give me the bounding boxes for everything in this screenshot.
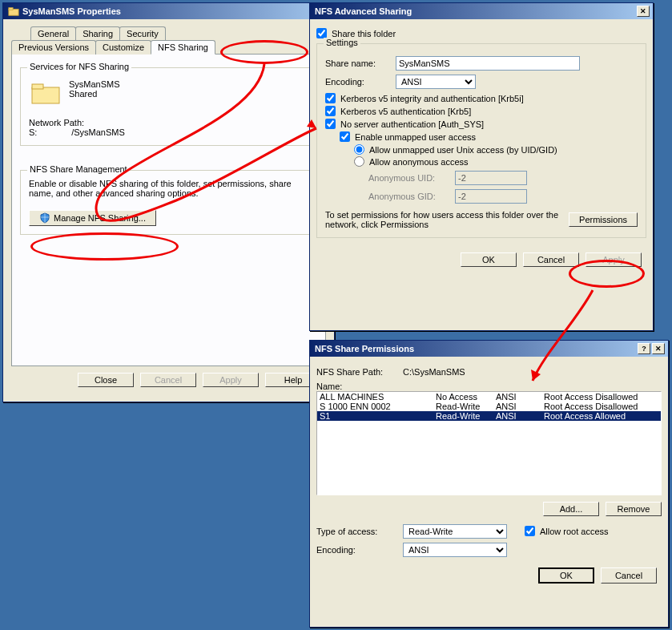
network-path-label: Network Path: [29, 118, 308, 127]
window-title: NFS Share Permissions [315, 344, 414, 353]
cancel-button[interactable]: Cancel [523, 252, 579, 267]
svg-rect-2 [32, 87, 59, 103]
services-groupbox: Services for NFS Sharing SysManSMS Share… [20, 67, 317, 146]
add-button[interactable]: Add... [543, 502, 599, 516]
encoding-select[interactable]: ANSI [396, 75, 476, 89]
ok-button[interactable]: OK [461, 252, 517, 267]
tab-security[interactable]: Security [119, 26, 166, 40]
svg-rect-3 [32, 84, 43, 89]
anon-uid-input [455, 171, 527, 185]
unmapped-checkbox[interactable]: Enable unmapped user access [340, 131, 638, 142]
close-icon[interactable]: ✕ [652, 343, 665, 354]
folder-icon [8, 6, 19, 17]
close-icon[interactable]: ✕ [637, 6, 650, 17]
folder-name: SysManSMS [69, 79, 120, 89]
management-text: Enable or disable NFS sharing of this fo… [29, 179, 308, 198]
anon-gid-label: Anonymous GID: [368, 192, 449, 201]
tab-customize[interactable]: Customize [95, 40, 151, 55]
permissions-text: To set permissions for how users access … [325, 210, 561, 229]
tab-previous-versions[interactable]: Previous Versions [11, 40, 96, 55]
name-label: Name: [316, 382, 662, 391]
anon-uid-label: Anonymous UID: [368, 173, 449, 183]
share-path-label: NFS Share Path: [316, 367, 396, 377]
folder-large-icon [30, 79, 62, 107]
encoding-label: Encoding: [316, 545, 396, 555]
apply-button: Apply [203, 373, 259, 387]
titlebar: SysManSMS Properties ✕ [3, 3, 334, 19]
list-item[interactable]: ALL MACHINES No Access ANSI Root Access … [317, 392, 661, 402]
tab-general[interactable]: General [30, 26, 76, 40]
properties-dialog: SysManSMS Properties ✕ General Sharing S… [2, 2, 335, 402]
allow-unmapped-uidgid-radio[interactable]: Allow unmapped user Unix access (by UID/… [354, 144, 638, 155]
encoding-label: Encoding: [325, 77, 389, 87]
ok-button[interactable]: OK [538, 567, 594, 584]
anon-gid-input [455, 189, 527, 204]
tab-nfs-sharing[interactable]: NFS Sharing [151, 40, 215, 55]
share-folder-checkbox[interactable]: Share this folder [316, 28, 646, 38]
share-path-value: C:\SysManSMS [403, 367, 465, 377]
permissions-button[interactable]: Permissions [569, 212, 638, 227]
cancel-button: Cancel [140, 373, 196, 387]
network-path-value: S: /SysManSMS [29, 127, 308, 137]
manage-nfs-sharing-button[interactable]: Manage NFS Sharing... [29, 210, 156, 226]
shield-icon [39, 212, 50, 224]
management-legend: NFS Share Management [27, 164, 130, 174]
settings-groupbox: Settings Share name: Encoding: ANSI Kerb… [316, 43, 646, 238]
allow-root-checkbox[interactable]: Allow root access [525, 526, 609, 536]
titlebar: NFS Advanced Sharing ✕ [310, 3, 653, 19]
krb5-checkbox[interactable]: Kerberos v5 authentication [Krb5] [325, 106, 638, 116]
services-legend: Services for NFS Sharing [27, 62, 131, 71]
management-groupbox: NFS Share Management Enable or disable N… [20, 170, 317, 235]
share-name-input[interactable] [396, 56, 580, 71]
type-of-access-select[interactable]: Read-Write [403, 524, 507, 539]
permissions-listbox[interactable]: ALL MACHINES No Access ANSI Root Access … [316, 391, 662, 495]
remove-button[interactable]: Remove [606, 502, 662, 516]
apply-button: Apply [585, 252, 642, 267]
window-title: NFS Advanced Sharing [315, 6, 412, 16]
close-button[interactable]: Close [78, 373, 134, 387]
share-permissions-dialog: NFS Share Permissions ? ✕ NFS Share Path… [309, 340, 669, 628]
share-name-label: Share name: [325, 59, 389, 68]
cancel-button[interactable]: Cancel [601, 567, 657, 584]
list-item[interactable]: S 1000 ENN 0002 Read-Write ANSI Root Acc… [317, 402, 661, 411]
encoding-select[interactable]: ANSI [403, 543, 507, 557]
folder-status: Shared [69, 89, 120, 99]
window-title: SysManSMS Properties [22, 6, 121, 16]
tab-sharing[interactable]: Sharing [75, 26, 120, 40]
help-icon[interactable]: ? [638, 343, 650, 354]
titlebar: NFS Share Permissions ? ✕ [310, 341, 668, 357]
type-of-access-label: Type of access: [316, 527, 396, 536]
allow-anonymous-radio[interactable]: Allow anonymous access [354, 156, 638, 167]
advanced-sharing-dialog: NFS Advanced Sharing ✕ Share this folder… [309, 2, 654, 331]
authsys-checkbox[interactable]: No server authentication [Auth_SYS] [325, 119, 638, 129]
settings-legend: Settings [324, 38, 360, 47]
list-item[interactable]: S1 Read-Write ANSI Root Access Allowed [317, 411, 661, 421]
krb5i-checkbox[interactable]: Kerberos v5 integrity and authentication… [325, 93, 638, 103]
svg-rect-1 [9, 8, 13, 10]
